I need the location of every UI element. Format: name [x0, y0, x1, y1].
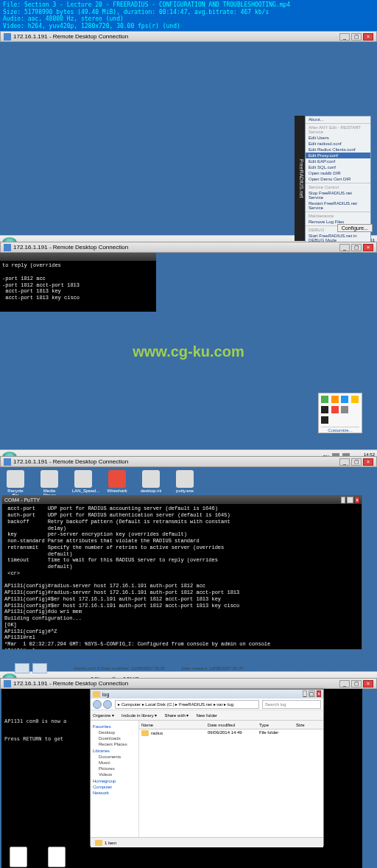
toolbar-organize[interactable]: Organize ▾	[93, 713, 114, 718]
nav-videos[interactable]: Videos	[93, 771, 136, 777]
toolbar-share[interactable]: Share with ▾	[164, 713, 188, 718]
nav-network[interactable]: Network	[93, 791, 136, 795]
terminal-output[interactable]: to reply (overrides -port 1812 acc -port…	[0, 261, 156, 312]
desktop-icon-wireshark[interactable]: Wireshark	[106, 470, 128, 497]
col-type[interactable]: Type	[259, 723, 296, 727]
desktop-icon-partacc[interactable]: part.acc	[44, 847, 69, 868]
rdc-titlebar-3[interactable]: 172.16.1.191 - Remote Desktop Connection…	[0, 456, 377, 467]
desktop-icons: Recycle Bin Media Player LAN_Speed... Wi…	[4, 470, 196, 497]
desktop-icon-lan[interactable]: LAN_Speed...	[72, 470, 94, 497]
rdc-title-text: 172.16.1.191 - Remote Desktop Connection	[13, 244, 128, 251]
nav-documents[interactable]: Documents	[93, 754, 136, 760]
remote-desktop-4[interactable]: AP1131 con0 is now a Press RETURN to get…	[0, 689, 377, 868]
file-date: 09/06/2014 14:49	[208, 730, 259, 736]
nav-computer[interactable]: Computer	[93, 785, 136, 789]
rdc-titlebar-4[interactable]: 172.16.1.191 - Remote Desktop Connection…	[0, 678, 377, 689]
menu-edit-clients[interactable]: Edit Radius Clients.conf	[306, 147, 370, 153]
tray-popup-icon[interactable]	[321, 396, 328, 403]
minimize-button[interactable]: _	[339, 33, 350, 41]
nav-downloads[interactable]: Downloads	[93, 735, 136, 741]
maximize-button[interactable]: ▢	[351, 244, 362, 251]
icon-label: putty.exe	[176, 489, 194, 493]
file-row[interactable]: radius 09/06/2014 14:49 File folder	[139, 729, 323, 737]
status-text: 1 item	[105, 841, 116, 845]
minimize-button[interactable]: _	[303, 690, 307, 697]
close-button[interactable]: ×	[363, 33, 373, 41]
nav-music[interactable]: Music	[93, 760, 136, 766]
putty-window-small[interactable]: to reply (overrides -port 1812 acc -port…	[0, 253, 156, 312]
freeradius-sidebar-tab[interactable]: FreeRADIUS.net	[295, 116, 305, 241]
tray-popup-icon[interactable]	[321, 406, 328, 413]
putty-titlebar[interactable]	[0, 253, 156, 261]
close-button[interactable]: ×	[355, 497, 359, 503]
menu-edit-proxy[interactable]: Edit Proxy.conf	[306, 153, 370, 158]
desktop-icon-putty[interactable]: putty.exe	[174, 470, 196, 497]
menu-edit-eap[interactable]: Edit EAP.conf	[306, 158, 370, 164]
minimize-button[interactable]: _	[341, 497, 345, 503]
maximize-button[interactable]: ▢	[351, 458, 362, 466]
tray-popup-icon[interactable]	[331, 406, 339, 413]
menu-edit-radiusd[interactable]: Edit radiusd.conf	[306, 141, 370, 147]
configure-button[interactable]: Configure...	[337, 224, 373, 232]
tray-popup-icon[interactable]	[351, 396, 359, 403]
minimize-button[interactable]: _	[339, 680, 350, 687]
pinned-app-icon[interactable]	[15, 663, 29, 673]
nav-homegroup[interactable]: Homegroup	[93, 779, 136, 783]
close-button[interactable]: ×	[363, 244, 373, 251]
putty-window[interactable]: COM4 - PuTTY _ ▢ × acct-port UDP port fo…	[1, 495, 362, 650]
toolbar-include[interactable]: Include in library ▾	[121, 713, 157, 718]
nav-forward-button[interactable]	[103, 700, 112, 709]
toolbar-new-folder[interactable]: New folder	[196, 713, 217, 718]
menu-edit-users[interactable]: Edit Users	[306, 135, 370, 141]
desktop-icon-recycle[interactable]: Recycle Bin	[4, 470, 27, 497]
breadcrumb[interactable]: ▸ Computer ▸ Local Disk (C:) ▸ FreeRADIU…	[115, 700, 259, 709]
remote-desktop-1[interactable]: FreeRADIUS.net About... After ANY Edit -…	[0, 42, 377, 235]
menu-stop-service[interactable]: Stop FreeRADIUS.net Service	[306, 190, 370, 200]
nav-pictures[interactable]: Pictures	[93, 766, 136, 771]
putty-titlebar[interactable]: COM4 - PuTTY _ ▢ ×	[2, 496, 362, 504]
rdc-icon	[4, 244, 11, 251]
col-date[interactable]: Date modified	[208, 723, 259, 727]
desktop-icon-media[interactable]: Media Player	[38, 470, 60, 497]
search-input[interactable]: Search log	[262, 700, 321, 709]
col-size[interactable]: Size	[296, 723, 321, 727]
icon-label: Wireshark	[107, 489, 127, 493]
nav-libraries[interactable]: Libraries	[93, 749, 136, 753]
remote-desktop-3[interactable]: Recycle Bin Media Player LAN_Speed... Wi…	[0, 467, 377, 671]
maximize-button[interactable]: ▢	[347, 497, 353, 503]
minimize-button[interactable]: _	[339, 244, 350, 251]
maximize-button[interactable]: ▢	[351, 680, 362, 687]
tray-popup-icon[interactable]	[331, 396, 339, 403]
maximize-button[interactable]: ▢	[309, 690, 315, 697]
remote-desktop-2[interactable]: to reply (overrides -port 1812 acc -port…	[0, 253, 377, 449]
desktop-icon-ini[interactable]: desktop.ini	[140, 470, 162, 497]
tray-customize-link[interactable]: Customize...	[321, 427, 359, 435]
file-icon	[48, 847, 66, 867]
nav-recent[interactable]: Recent Places	[93, 741, 136, 747]
nav-favorites[interactable]: Favorites	[93, 724, 136, 729]
col-name[interactable]: Name	[141, 723, 208, 727]
menu-edit-sql[interactable]: Edit SQL.conf	[306, 164, 370, 170]
menu-about[interactable]: About...	[306, 116, 370, 122]
tray-popup-icon[interactable]	[341, 396, 348, 403]
nav-back-button[interactable]	[93, 700, 102, 709]
desktop-icon-testshare[interactable]: Test-share	[6, 847, 31, 868]
maximize-button[interactable]: ▢	[351, 33, 362, 41]
tray-popup-icon[interactable]	[321, 416, 328, 424]
pinned-app-icon[interactable]	[32, 663, 47, 673]
explorer-file-list[interactable]: Name Date modified Type Size radius 09/0…	[139, 721, 323, 837]
minimize-button[interactable]: _	[339, 458, 350, 466]
rdc-titlebar-2[interactable]: 172.16.1.191 - Remote Desktop Connection…	[0, 242, 377, 253]
explorer-titlebar[interactable]: log _ ▢ ×	[91, 690, 323, 699]
close-button[interactable]: ×	[317, 690, 321, 697]
nav-desktop[interactable]: Desktop	[93, 729, 136, 735]
explorer-window[interactable]: log _ ▢ × ▸ Computer ▸ Local Disk (C:) ▸…	[90, 689, 324, 846]
menu-open-raddb[interactable]: Open raddb DIR	[306, 170, 370, 176]
tray-popup-icon[interactable]	[341, 406, 348, 413]
rdc-titlebar-1[interactable]: 172.16.1.191 - Remote Desktop Connection…	[0, 31, 377, 42]
close-button[interactable]: ×	[363, 680, 373, 687]
terminal-output[interactable]: acct-port UDP port for RADIUS accounting…	[2, 504, 362, 649]
close-button[interactable]: ×	[363, 458, 373, 466]
menu-open-cert[interactable]: Open Demo Cert DIR	[306, 176, 370, 182]
menu-restart-service[interactable]: Restart FreeRADIUS.net Service	[306, 200, 370, 211]
